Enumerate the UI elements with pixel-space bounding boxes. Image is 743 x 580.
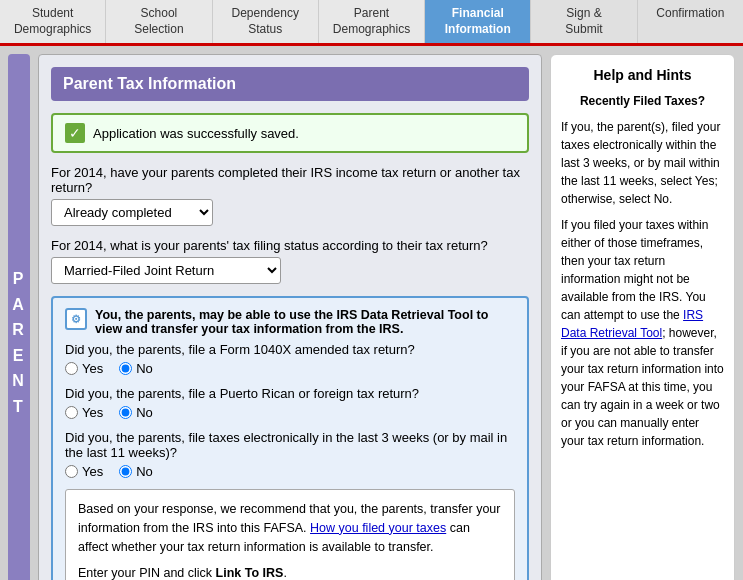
tab-label: StudentDemographics (14, 6, 91, 36)
recommendation-box: Based on your response, we recommend tha… (65, 489, 515, 580)
tab-sign-submit[interactable]: Sign &Submit (531, 0, 637, 43)
tab-label: Sign &Submit (565, 6, 602, 36)
tab-label: FinancialInformation (445, 6, 511, 36)
hints-subtitle: Recently Filed Taxes? (561, 92, 724, 110)
question2-label: For 2014, what is your parents' tax fili… (51, 238, 529, 253)
pin-period: . (283, 566, 286, 580)
irs-tool-icon: ⚙ (65, 308, 87, 330)
tab-label: SchoolSelection (134, 6, 183, 36)
sidebar-letter-n: N (12, 368, 26, 394)
hints-paragraph2: If you filed your taxes within either of… (561, 216, 724, 450)
parent-sidebar: P A R E N T (8, 54, 30, 580)
tab-dependency-status[interactable]: DependencyStatus (213, 0, 319, 43)
tab-financial-information[interactable]: FinancialInformation (425, 0, 531, 43)
tab-school-selection[interactable]: SchoolSelection (106, 0, 212, 43)
question-completed-tax-return: For 2014, have your parents completed th… (51, 165, 529, 226)
hints-title: Help and Hints (561, 65, 724, 86)
radio-electronic-no[interactable]: No (119, 464, 153, 479)
link-to-irs-text: Link To IRS (216, 566, 284, 580)
radio-electronic-yes[interactable]: Yes (65, 464, 103, 479)
hints-paragraph2-pre: If you filed your taxes within either of… (561, 218, 708, 322)
page-title: Parent Tax Information (51, 67, 529, 101)
success-icon: ✓ (65, 123, 85, 143)
hints-paragraph1: If you, the parent(s), filed your taxes … (561, 118, 724, 208)
success-message-box: ✓ Application was successfully saved. (51, 113, 529, 153)
hints-paragraph2-post: ; however, if you are not able to transf… (561, 326, 724, 448)
radio-pr-yes[interactable]: Yes (65, 405, 103, 420)
radio-1040x-no[interactable]: No (119, 361, 153, 376)
completed-tax-return-select[interactable]: Already completed Will file Not going to… (51, 199, 213, 226)
content-area: Parent Tax Information ✓ Application was… (38, 54, 542, 580)
tab-label: DependencyStatus (232, 6, 299, 36)
pin-text: Enter your PIN and click (78, 566, 216, 580)
irs-box-text: You, the parents, may be able to use the… (95, 308, 515, 336)
tab-parent-demographics[interactable]: ParentDemographics (319, 0, 425, 43)
radio-electronic-no-input[interactable] (119, 465, 132, 478)
tab-label: ParentDemographics (333, 6, 410, 36)
how-filed-taxes-link[interactable]: How you filed your taxes (310, 521, 446, 535)
hints-panel: Help and Hints Recently Filed Taxes? If … (550, 54, 735, 580)
radio-group-puerto-rico: Did you, the parents, file a Puerto Rica… (65, 386, 515, 420)
radio-question-pr-label: Did you, the parents, file a Puerto Rica… (65, 386, 515, 401)
radio-options-1040x: Yes No (65, 361, 515, 376)
irs-box-header: ⚙ You, the parents, may be able to use t… (65, 308, 515, 336)
sidebar-letter-t: T (13, 394, 25, 420)
filing-status-select[interactable]: Married-Filed Joint Return Single Head o… (51, 257, 281, 284)
tab-student-demographics[interactable]: StudentDemographics (0, 0, 106, 43)
radio-electronic-yes-input[interactable] (65, 465, 78, 478)
radio-pr-no-input[interactable] (119, 406, 132, 419)
sidebar-letter-a: A (12, 292, 26, 318)
irs-retrieval-box: ⚙ You, the parents, may be able to use t… (51, 296, 529, 580)
radio-options-electronic: Yes No (65, 464, 515, 479)
success-message-text: Application was successfully saved. (93, 126, 299, 141)
navigation-tabs: StudentDemographics SchoolSelection Depe… (0, 0, 743, 46)
question-filing-status: For 2014, what is your parents' tax fili… (51, 238, 529, 284)
tab-confirmation[interactable]: Confirmation (638, 0, 743, 43)
radio-group-1040x: Did you, the parents, file a Form 1040X … (65, 342, 515, 376)
sidebar-letter-e: E (13, 343, 26, 369)
question1-label: For 2014, have your parents completed th… (51, 165, 529, 195)
tab-label: Confirmation (656, 6, 724, 20)
radio-pr-yes-input[interactable] (65, 406, 78, 419)
pin-line: Enter your PIN and click Link To IRS. (78, 564, 502, 580)
radio-1040x-yes-input[interactable] (65, 362, 78, 375)
radio-group-electronic: Did you, the parents, file taxes electro… (65, 430, 515, 479)
radio-1040x-yes[interactable]: Yes (65, 361, 103, 376)
sidebar-letter-p: P (13, 266, 26, 292)
radio-options-pr: Yes No (65, 405, 515, 420)
radio-pr-no[interactable]: No (119, 405, 153, 420)
main-layout: P A R E N T Parent Tax Information ✓ App… (0, 46, 743, 580)
radio-question-electronic-label: Did you, the parents, file taxes electro… (65, 430, 515, 460)
radio-1040x-no-input[interactable] (119, 362, 132, 375)
radio-question-1040x-label: Did you, the parents, file a Form 1040X … (65, 342, 515, 357)
sidebar-letter-r: R (12, 317, 26, 343)
